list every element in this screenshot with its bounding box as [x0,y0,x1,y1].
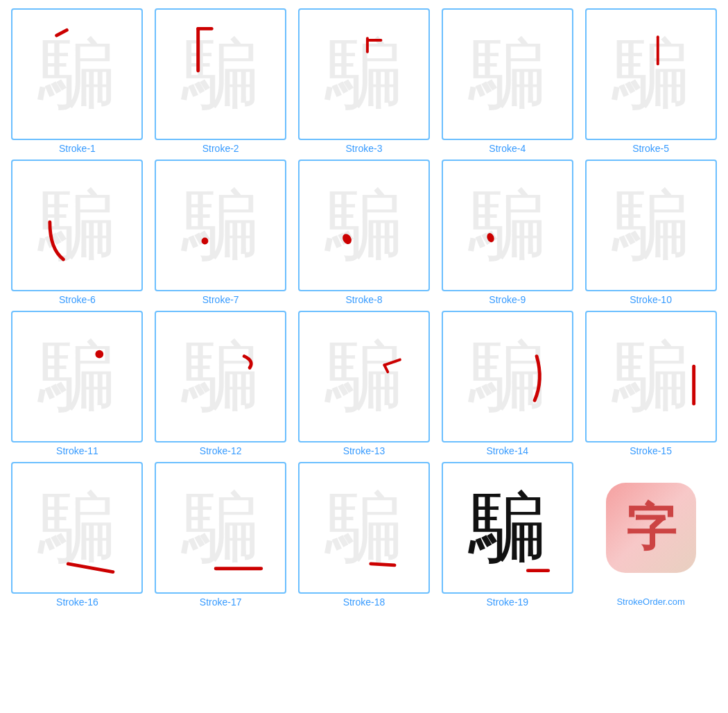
stroke-grid: 騙 Stroke-1 騙 Stroke-2 騙 [0,0,728,616]
stroke-label-12: Stroke-12 [200,445,242,456]
stroke-cell-18[interactable]: 騙 Stroke-18 [293,459,436,610]
stroke-label-8: Stroke-8 [346,294,383,305]
stroke-image-1: 騙 [11,8,143,140]
stroke-overlay-17 [156,463,285,592]
stroke-overlay-14 [443,312,572,441]
stroke-cell-9[interactable]: 騙 Stroke-9 [435,157,579,308]
stroke-overlay-6 [12,161,141,290]
svg-line-0 [57,30,67,35]
logo-box: 字 [585,462,717,594]
stroke-label-6: Stroke-6 [59,294,96,305]
stroke-image-11: 騙 [11,311,143,443]
stroke-image-14: 騙 [442,311,573,443]
stroke-overlay-10 [587,161,716,290]
stroke-label-15: Stroke-15 [630,445,672,456]
stroke-image-12: 騙 [155,311,286,443]
stroke-overlay-8 [300,161,428,290]
stroke-image-19: 騙 [442,462,573,594]
stroke-label-7: Stroke-7 [202,294,239,305]
stroke-label-14: Stroke-14 [486,445,528,456]
stroke-cell-10[interactable]: 騙 Stroke-10 [579,157,722,308]
stroke-overlay-2 [156,10,285,139]
stroke-label-17: Stroke-17 [200,596,242,608]
stroke-image-18: 騙 [298,462,430,594]
stroke-label-18: Stroke-18 [343,596,385,608]
stroke-image-2: 騙 [155,8,286,140]
svg-point-3 [485,232,495,243]
stroke-image-8: 騙 [298,160,430,291]
stroke-label-3: Stroke-3 [346,143,383,154]
stroke-cell-4[interactable]: 騙 Stroke-4 [435,6,579,157]
stroke-image-4: 騙 [442,8,573,140]
stroke-label-4: Stroke-4 [489,143,526,154]
stroke-label-16: Stroke-16 [56,596,98,608]
stroke-cell-1[interactable]: 騙 Stroke-1 [6,6,149,157]
stroke-cell-14[interactable]: 騙 Stroke-14 [435,308,579,459]
logo-char: 字 [626,495,676,561]
stroke-image-15: 騙 [585,311,717,443]
logo-label: StrokeOrder.com [616,596,684,607]
stroke-overlay-13 [300,312,428,441]
stroke-overlay-16 [12,463,141,592]
stroke-cell-15[interactable]: 騙 Stroke-15 [579,308,722,459]
stroke-image-16: 騙 [11,462,143,594]
stroke-overlay-7 [156,161,285,290]
stroke-cell-13[interactable]: 騙 Stroke-13 [293,308,436,459]
stroke-cell-6[interactable]: 騙 Stroke-6 [6,157,149,308]
stroke-cell-17[interactable]: 騙 Stroke-17 [149,459,293,610]
stroke-cell-16[interactable]: 騙 Stroke-16 [6,459,149,610]
stroke-cell-11[interactable]: 騙 Stroke-11 [6,308,149,459]
stroke-overlay-12 [156,312,285,441]
stroke-label-11: Stroke-11 [56,445,98,456]
stroke-image-5: 騙 [585,8,717,140]
stroke-overlay-11 [12,312,141,441]
stroke-image-10: 騙 [585,160,717,291]
stroke-cell-12[interactable]: 騙 Stroke-12 [149,308,293,459]
stroke-overlay-19 [443,463,572,592]
stroke-image-3: 騙 [298,8,430,140]
stroke-cell-5[interactable]: 騙 Stroke-5 [579,6,722,157]
logo-inner: 字 [606,483,696,573]
stroke-label-10: Stroke-10 [630,294,672,305]
svg-point-2 [341,232,354,246]
stroke-image-7: 騙 [155,160,286,291]
stroke-overlay-3 [300,10,428,139]
stroke-overlay-5 [587,10,716,139]
stroke-label-19: Stroke-19 [486,596,528,608]
stroke-image-17: 騙 [155,462,286,594]
stroke-label-1: Stroke-1 [59,143,96,154]
stroke-image-9: 騙 [442,160,573,291]
stroke-label-13: Stroke-13 [343,445,385,456]
stroke-cell-19[interactable]: 騙 Stroke-19 [435,459,579,610]
stroke-cell-8[interactable]: 騙 Stroke-8 [293,157,436,308]
stroke-label-5: Stroke-5 [632,143,669,154]
stroke-overlay-1 [12,10,141,139]
stroke-label-2: Stroke-2 [202,143,239,154]
stroke-overlay-4 [443,10,572,139]
stroke-cell-7[interactable]: 騙 Stroke-7 [149,157,293,308]
stroke-image-6: 騙 [11,160,143,291]
stroke-cell-3[interactable]: 騙 Stroke-3 [293,6,436,157]
svg-point-1 [202,238,209,245]
stroke-overlay-9 [443,161,572,290]
stroke-overlay-15 [587,312,716,441]
logo-cell[interactable]: 字 StrokeOrder.com [579,459,722,610]
stroke-image-13: 騙 [298,311,430,443]
stroke-cell-2[interactable]: 騙 Stroke-2 [149,6,293,157]
stroke-label-9: Stroke-9 [489,294,526,305]
stroke-overlay-18 [300,463,428,592]
svg-point-4 [96,350,104,359]
